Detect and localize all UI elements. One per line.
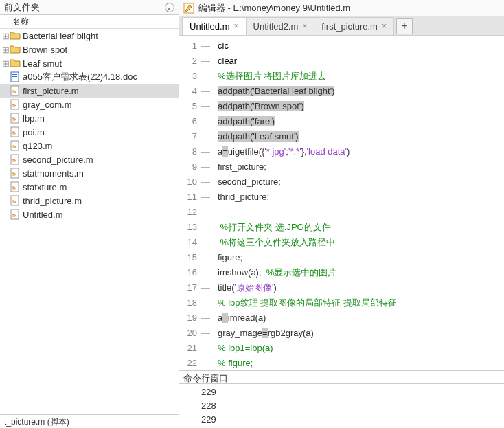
file-label: statxture.m <box>23 182 67 192</box>
svg-text:fx: fx <box>12 130 16 136</box>
code-line-21[interactable]: % lbp1=lbp(a) <box>218 341 500 356</box>
doc-icon <box>10 71 21 82</box>
m-icon: fx <box>10 154 21 165</box>
file-label: first_picture.m <box>23 86 79 96</box>
code-line-7[interactable]: addpath('Leaf smut') <box>218 129 500 144</box>
file-label: q123.m <box>23 141 52 151</box>
code-line-22[interactable]: % figure; <box>218 356 500 370</box>
code-line-15[interactable]: figure; <box>218 250 500 265</box>
file-row-0[interactable]: ⊞Bacterial leaf blight <box>0 29 179 43</box>
close-icon[interactable]: × <box>302 21 307 31</box>
file-row-11[interactable]: fxstatxture.m <box>0 180 179 194</box>
svg-text:fx: fx <box>12 212 16 218</box>
file-row-9[interactable]: fxsecond_picture.m <box>0 153 179 166</box>
code-area[interactable]: clcclear%选择图片 将图片库加进去addpath('Bacterial … <box>214 36 504 370</box>
command-window[interactable]: 229228229 <box>179 384 504 428</box>
m-icon: fx <box>10 113 21 124</box>
code-line-9[interactable]: first_picture; <box>218 159 500 174</box>
file-row-4[interactable]: fxfirst_picture.m <box>0 84 179 98</box>
column-header-name[interactable]: 名称 <box>0 15 179 29</box>
svg-text:fx: fx <box>12 89 16 95</box>
svg-text:fx: fx <box>12 157 16 164</box>
file-list[interactable]: ⊞Bacterial leaf blight⊞Brown spot⊞Leaf s… <box>0 29 179 222</box>
folder-panel-title: 前文件夹 <box>4 1 162 14</box>
file-row-5[interactable]: fxgray_com.m <box>0 98 179 111</box>
tab-2[interactable]: first_picture.m× <box>314 17 394 35</box>
code-line-17[interactable]: title('原始图像') <box>218 280 500 295</box>
current-folder-panel: 前文件夹 名称 ⊞Bacterial leaf blight⊞Brown spo… <box>0 0 179 428</box>
file-row-13[interactable]: fxUntitled.m <box>0 207 179 221</box>
file-row-1[interactable]: ⊞Brown spot <box>0 43 179 56</box>
folder-icon <box>10 58 21 69</box>
code-line-1[interactable]: clc <box>218 38 500 54</box>
code-line-12[interactable] <box>218 205 500 220</box>
file-label: lbp.m <box>23 113 45 124</box>
editor-panel: 编辑器 - E:\money\money 9\Untitled.m Untitl… <box>179 0 504 428</box>
svg-text:fx: fx <box>12 144 16 150</box>
tab-label: Untitled.m <box>190 21 230 32</box>
folder-panel-header: 前文件夹 <box>0 0 179 15</box>
tree-toggle-icon[interactable]: ⊞ <box>1 58 10 69</box>
code-line-2[interactable]: clear <box>218 54 500 69</box>
file-row-2[interactable]: ⊞Leaf smut <box>0 56 179 70</box>
close-icon[interactable]: × <box>234 21 239 31</box>
code-line-16[interactable]: imshow(a); %显示选中的图片 <box>218 265 500 280</box>
file-label: Bacterial leaf blight <box>23 31 98 41</box>
code-line-10[interactable]: second_picture; <box>218 174 500 190</box>
code-line-3[interactable]: %选择图片 将图片库加进去 <box>218 69 500 84</box>
cmd-output-line: 228 <box>201 399 500 413</box>
tree-toggle-icon[interactable]: ⊞ <box>1 31 10 41</box>
code-line-18[interactable]: % lbp纹理 提取图像的局部特征 提取局部特征 <box>218 295 500 311</box>
m-icon: fx <box>10 181 21 192</box>
code-line-11[interactable]: thrid_picture; <box>218 190 500 205</box>
cmd-output-line: 229 <box>201 385 500 399</box>
svg-text:fx: fx <box>12 185 16 191</box>
statusbar: t_picture.m (脚本) <box>0 414 179 428</box>
file-row-6[interactable]: fxlbp.m <box>0 111 179 125</box>
tab-1[interactable]: Untitled2.m× <box>246 17 315 35</box>
file-label: thrid_picture.m <box>23 196 82 206</box>
folder-icon <box>10 30 21 41</box>
svg-text:fx: fx <box>12 171 16 177</box>
file-label: second_picture.m <box>23 155 93 165</box>
file-label: Brown spot <box>23 45 67 55</box>
m-icon: fx <box>10 126 21 137</box>
file-label: gray_com.m <box>23 100 72 110</box>
file-row-3[interactable]: a055客户需求表(22)4.18.doc <box>0 70 179 84</box>
file-row-10[interactable]: fxstatmoments.m <box>0 166 179 180</box>
file-label: a055客户需求表(22)4.18.doc <box>23 71 137 83</box>
code-line-5[interactable]: addpath('Brown spot') <box>218 99 500 114</box>
tree-toggle-icon[interactable]: ⊞ <box>1 45 10 55</box>
command-window-title: 命令行窗口 <box>179 370 504 384</box>
svg-text:fx: fx <box>12 116 16 122</box>
code-line-20[interactable]: gray_mage=rgb2gray(a) <box>218 326 500 341</box>
m-icon: fx <box>10 140 21 151</box>
svg-rect-2 <box>12 76 17 77</box>
file-label: statmoments.m <box>23 168 84 179</box>
file-row-8[interactable]: fxq123.m <box>0 139 179 153</box>
code-line-4[interactable]: addpath('Bacterial leaf blight') <box>218 84 500 99</box>
m-icon: fx <box>10 99 21 110</box>
close-icon[interactable]: × <box>382 21 387 31</box>
panel-dropdown-icon[interactable] <box>165 3 174 12</box>
code-line-19[interactable]: a=imread(a) <box>218 311 500 326</box>
code-line-8[interactable]: a=uigetfile({'*.jpg';'*.*'},'load data') <box>218 144 500 159</box>
file-row-12[interactable]: fxthrid_picture.m <box>0 194 179 207</box>
code-line-6[interactable]: addpath('fare') <box>218 114 500 129</box>
code-line-14[interactable]: %将这三个文件夹放入路径中 <box>218 235 500 250</box>
m-icon: fx <box>10 168 21 179</box>
editor-icon <box>183 3 194 14</box>
folder-icon <box>10 44 21 55</box>
file-label: Leaf smut <box>23 58 62 69</box>
file-row-7[interactable]: fxpoi.m <box>0 125 179 139</box>
editor-title: 编辑器 - E:\money\money 9\Untitled.m <box>198 2 350 14</box>
code-line-13[interactable]: %打开文件夹 选.JPG的文件 <box>218 220 500 235</box>
svg-text:fx: fx <box>12 199 16 205</box>
file-label: Untitled.m <box>23 210 63 220</box>
gutter: 1—2—34—5—6—7—8—9—10—11—12131415—16—17—18… <box>179 36 214 370</box>
tab-new-button[interactable]: + <box>396 18 413 34</box>
m-icon: fx <box>10 209 21 220</box>
tab-0[interactable]: Untitled.m× <box>182 17 247 35</box>
tab-strip: Untitled.m×Untitled2.m×first_picture.m×+ <box>179 16 504 36</box>
tab-label: first_picture.m <box>321 21 378 32</box>
